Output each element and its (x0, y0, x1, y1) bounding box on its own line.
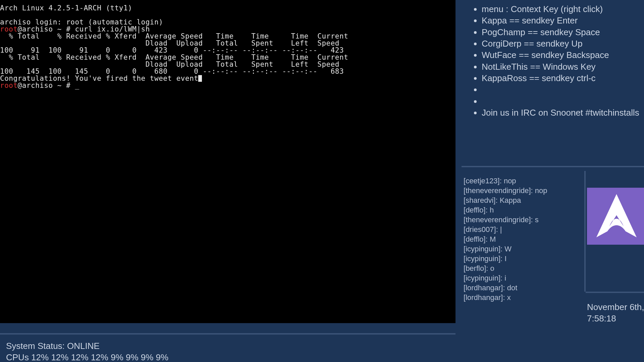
terminal-window[interactable]: Arch Linux 4.2.5-1-ARCH (tty1) archiso l… (0, 0, 455, 323)
help-item: NotLikeThis == Windows Key (482, 61, 644, 72)
help-item: CorgiDerp == sendkey Up (482, 38, 644, 49)
help-item: Join us in IRC on Snoonet #twitchinstall… (482, 107, 644, 118)
sidebar: menu : Context Key (right click) Kappa =… (455, 0, 644, 362)
help-item: WutFace == sendkey Backspace (482, 49, 644, 61)
help-item: Kappa == sendkey Enter (482, 15, 644, 26)
status-panel: System Status: ONLINE CPUs 12% 12% 12% 1… (6, 340, 455, 362)
help-item: menu : Context Key (right click) (482, 3, 644, 15)
chat-line: [lordhangar]: x (464, 293, 581, 302)
help-item: KappaRoss == sendkey ctrl-c (482, 72, 644, 84)
help-list: menu : Context Key (right click) Kappa =… (462, 3, 644, 118)
chat-line: [defflo]: M (464, 234, 581, 244)
terminal-prompt-rest: @archiso ~ # (18, 81, 75, 89)
clock-time: 7:58:18 (587, 313, 644, 324)
help-item-blank (482, 84, 644, 95)
status-cpus: CPUs 12% 12% 12% 12% 9% 9% 9% 9% (6, 352, 455, 362)
clock-panel: November 6th, 7:58:18 (587, 302, 644, 324)
stream-overlay: Arch Linux 4.2.5-1-ARCH (tty1) archiso l… (0, 0, 644, 362)
terminal-cursor (198, 75, 202, 82)
chat-line: [icypinguin]: i (464, 273, 581, 283)
chat-line: [lordhangar]: dot (464, 283, 581, 293)
arch-logo-icon (587, 188, 644, 245)
chat-line: [ceetje123]: nop (464, 176, 581, 186)
help-item: PogChamp == sendkey Space (482, 26, 644, 38)
chat-line: [defflo]: h (464, 205, 581, 215)
clock-date: November 6th, (587, 302, 644, 313)
status-online: System Status: ONLINE (6, 340, 455, 352)
terminal-prompt-user: root (0, 81, 18, 89)
divider (0, 333, 455, 335)
divider (462, 166, 644, 167)
chat-line: [icypinguin]: W (464, 244, 581, 254)
chat-line: [theneverendingride]: s (464, 215, 581, 225)
chat-line: [dries007]: | (464, 225, 581, 234)
chat-line: [theneverendingride]: nop (464, 186, 581, 195)
help-panel: menu : Context Key (right click) Kappa =… (462, 3, 644, 164)
chat-line: [berflo]: o (464, 263, 581, 273)
logo-panel (587, 188, 644, 245)
terminal-header-line: Arch Linux 4.2.5-1-ARCH (tty1) (0, 4, 132, 12)
chat-line: [sharedvi]: Kappa (464, 195, 581, 205)
chat-line: [icypinguin]: I (464, 254, 581, 263)
chat-panel: [ceetje123]: nop [theneverendingride]: n… (462, 171, 586, 292)
divider (586, 292, 644, 293)
help-item-blank (482, 96, 644, 107)
